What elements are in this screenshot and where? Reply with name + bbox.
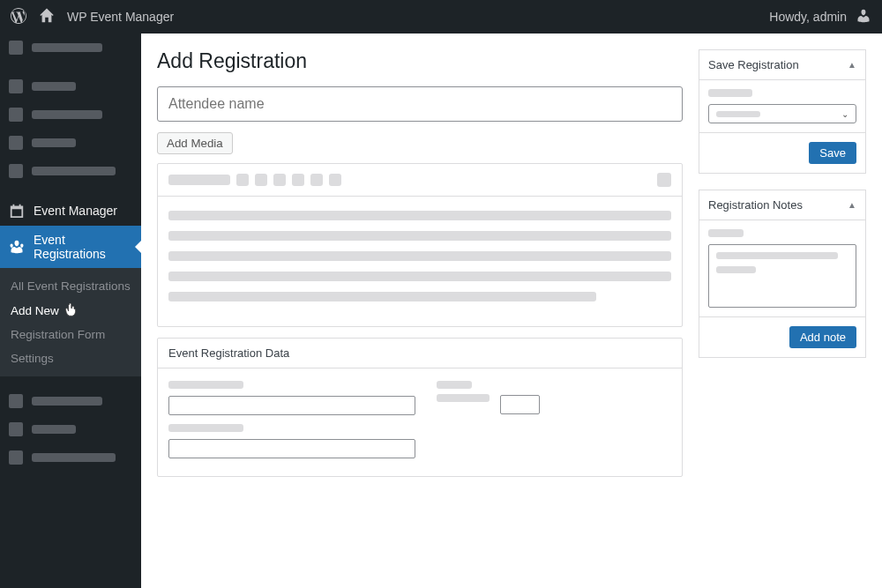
panel-title: Save Registration — [708, 58, 799, 71]
wp-logo-icon[interactable] — [11, 8, 26, 26]
content-editor — [157, 163, 683, 327]
erd-title: Event Registration Data — [158, 339, 682, 368]
admin-sidebar: Event Manager Event Registrations All Ev… — [0, 33, 141, 588]
registration-data-box: Event Registration Data — [157, 338, 683, 477]
field-label-ghost — [168, 381, 243, 389]
main-content: Add Registration Add Media — [141, 33, 882, 588]
save-button[interactable]: Save — [809, 142, 856, 164]
status-label-ghost — [708, 89, 752, 97]
registration-notes-panel: Registration Notes ▲ Add note — [699, 190, 866, 358]
editor-toolbar — [158, 164, 682, 197]
sidebar-ghost-item[interactable] — [0, 157, 141, 185]
cursor-hand-icon — [64, 303, 77, 317]
chevron-down-icon: ⌄ — [841, 109, 848, 119]
sidebar-ghost-item[interactable] — [0, 72, 141, 100]
toolbar-ghost[interactable] — [168, 175, 230, 185]
erd-input-1[interactable] — [168, 396, 415, 415]
sidebar-item-event-registrations[interactable]: Event Registrations — [0, 226, 141, 268]
toolbar-ghost[interactable] — [292, 174, 304, 186]
sidebar-sub-all[interactable]: All Event Registrations — [0, 274, 141, 298]
toolbar-ghost[interactable] — [236, 174, 249, 186]
panel-toggle-icon[interactable]: ▲ — [848, 60, 856, 70]
sidebar-ghost-item[interactable] — [0, 33, 141, 62]
sidebar-ghost-item[interactable] — [0, 129, 141, 157]
home-icon[interactable] — [39, 8, 55, 26]
page-title: Add Registration — [157, 49, 683, 73]
toolbar-ghost[interactable] — [255, 174, 267, 186]
panel-toggle-icon[interactable]: ▲ — [848, 200, 856, 210]
toolbar-ghost[interactable] — [657, 173, 671, 187]
field-label-ghost — [437, 381, 472, 389]
notes-textarea[interactable] — [708, 244, 856, 308]
toolbar-ghost[interactable] — [273, 174, 286, 186]
sidebar-ghost-item[interactable] — [0, 100, 141, 129]
field-label-ghost — [168, 424, 243, 432]
editor-body[interactable] — [158, 197, 682, 326]
attendee-name-input[interactable] — [157, 86, 683, 122]
erd-input-3[interactable] — [500, 395, 540, 414]
admin-bar: WP Event Manager Howdy, admin — [0, 0, 882, 33]
greeting[interactable]: Howdy, admin — [769, 10, 847, 24]
sidebar-ghost-item[interactable] — [0, 387, 141, 415]
save-registration-panel: Save Registration ▲ ⌄ Save — [699, 49, 866, 174]
sidebar-item-label: Event Registrations — [34, 233, 132, 261]
add-note-button[interactable]: Add note — [789, 326, 856, 348]
sidebar-item-label: Event Manager — [34, 204, 117, 218]
status-select[interactable]: ⌄ — [708, 104, 856, 123]
erd-input-2[interactable] — [168, 439, 415, 458]
sidebar-sub-form[interactable]: Registration Form — [0, 323, 141, 346]
toolbar-ghost[interactable] — [310, 174, 323, 186]
sidebar-ghost-item[interactable] — [0, 415, 141, 443]
add-media-button[interactable]: Add Media — [157, 132, 233, 154]
sidebar-submenu: All Event Registrations Add New Registra… — [0, 268, 141, 376]
toolbar-ghost[interactable] — [329, 174, 341, 186]
user-icon[interactable] — [856, 8, 871, 26]
sidebar-ghost-item[interactable] — [0, 443, 141, 472]
field-value-ghost — [437, 394, 490, 402]
sidebar-item-event-manager[interactable]: Event Manager — [0, 196, 141, 226]
site-title[interactable]: WP Event Manager — [67, 10, 174, 24]
notes-label-ghost — [708, 229, 744, 237]
sidebar-sub-settings[interactable]: Settings — [0, 346, 141, 370]
panel-title: Registration Notes — [708, 198, 803, 212]
sidebar-sub-add-new[interactable]: Add New — [0, 298, 141, 323]
